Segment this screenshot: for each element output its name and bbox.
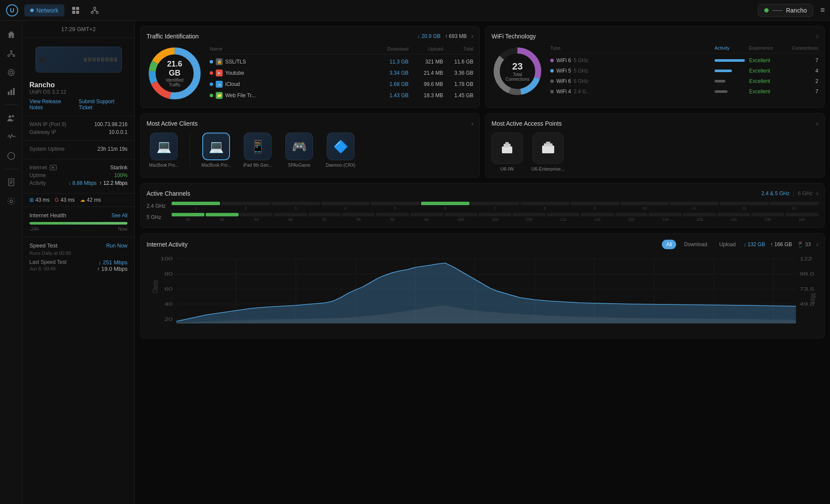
svg-text:40: 40: [164, 302, 172, 307]
channel-24-2: 2: [221, 202, 270, 210]
client-item-0[interactable]: 💻 MacBook Pro...: [147, 133, 181, 168]
traffic-total-down: ↓ 20.9 GB: [418, 33, 441, 39]
clients-card-arrow[interactable]: ›: [471, 120, 473, 127]
aps-card-arrow[interactable]: ›: [816, 120, 818, 127]
more-menu-button[interactable]: ≡: [820, 6, 825, 15]
traffic-donut-center: 21.6 GB Identified Traffic: [161, 60, 189, 87]
channel-bar-24-6: [421, 202, 469, 205]
cloudflare-icon: ☁: [80, 197, 85, 203]
channel-bar-5-120: [615, 213, 648, 216]
main-content: Traffic Identification ↓ 20.9 GB ↑ 693 M…: [135, 21, 830, 504]
activity-card-arrow[interactable]: ›: [816, 241, 818, 248]
channel-bar-5-64: [410, 213, 443, 216]
activity-filter-all[interactable]: All: [662, 240, 676, 249]
client-item-3[interactable]: 🎮 SPAxGame: [282, 133, 316, 168]
ap-item-0[interactable]: U6-IW: [492, 133, 523, 171]
client-name-4: Daemon (CRX): [326, 163, 355, 168]
channel-5-136: 136: [751, 213, 784, 222]
channel-5-44: 44: [240, 213, 273, 222]
most-active-aps-card: Most Active Access Points › U6-IW: [485, 113, 825, 178]
svg-rect-2: [72, 7, 75, 10]
sidebar-divider: [5, 105, 18, 105]
channels-card-arrow[interactable]: ›: [816, 190, 818, 197]
channel-label-5-132: 132: [731, 217, 737, 222]
sidebar-icon-users[interactable]: [3, 109, 20, 127]
tab-grid[interactable]: [68, 3, 83, 18]
traffic-col-name: Name: [210, 46, 374, 51]
wifi-row-2[interactable]: WiFi 6 6 GHz Excellent 2: [550, 76, 818, 86]
uptime-label: System Uptime: [29, 146, 64, 152]
channels-24ghz-bars: 12345678910111213: [172, 202, 818, 210]
wifi-row-1[interactable]: WiFi 5 5 GHz Excellent 4: [550, 66, 818, 76]
traffic-table: Name Download Upload Total 🔒 SSL/TLS 11.…: [210, 46, 473, 101]
channel-5-40: 40: [206, 213, 239, 222]
sidebar-icon-settings[interactable]: [3, 193, 20, 210]
sidebar-icon-stats[interactable]: [3, 83, 20, 100]
tab-topology[interactable]: [87, 3, 102, 18]
sidebar-icon-activity[interactable]: [3, 128, 20, 146]
traffic-row-webfile[interactable]: 📁 Web File Tr... 1.43 GB 18.3 MB 1.45 GB: [210, 90, 473, 101]
run-now-link[interactable]: Run Now: [106, 243, 128, 249]
svg-text:20: 20: [164, 317, 172, 322]
sidebar-divider-2: [5, 169, 18, 169]
wifi-row-0[interactable]: WiFi 6 5 GHz Excellent 7: [550, 55, 818, 66]
wan-ip-row: WAN IP (Port 9) 100.73.98.216: [29, 121, 128, 127]
app-logo[interactable]: U: [5, 3, 19, 17]
activity-filter-upload[interactable]: Upload: [715, 240, 740, 249]
channel-bar-5-44: [240, 213, 273, 216]
wifi-row-3[interactable]: WiFi 4 2.4 G... Excellent 7: [550, 86, 818, 97]
ap-icon-0: [492, 133, 523, 164]
traffic-identification-card: Traffic Identification ↓ 20.9 GB ↑ 693 M…: [140, 26, 480, 108]
svg-text:98.0: 98.0: [800, 272, 814, 276]
wifi-col-connections: Connections: [788, 45, 818, 51]
activity-filter-download[interactable]: Download: [680, 240, 711, 249]
traffic-row-ssl[interactable]: 🔒 SSL/TLS 11.3 GB 321 MB 11.6 GB: [210, 56, 473, 67]
client-item-1[interactable]: 💻 MacBook Pro...: [199, 133, 233, 168]
sidebar-icon-home[interactable]: [3, 26, 20, 43]
traffic-row-icloud[interactable]: ☁ iCloud 1.68 GB 99.6 MB 1.78 GB: [210, 79, 473, 90]
client-name-3: SPAxGame: [288, 163, 310, 168]
see-all-link[interactable]: See All: [112, 212, 128, 219]
wifi-activity-0: [715, 59, 749, 62]
channel-bar-5-136: [751, 213, 784, 216]
last-speed-test-label: Last Speed Test: [29, 259, 67, 265]
view-release-notes-link[interactable]: View Release Notes: [29, 98, 74, 111]
submit-support-ticket-link[interactable]: Submit Support Ticket: [79, 98, 128, 111]
channels-filter-6[interactable]: 6 GHz: [798, 190, 813, 197]
channel-bar-5-116: [581, 213, 614, 216]
client-item-4[interactable]: 🔷 Daemon (CRX): [323, 133, 358, 168]
sidebar-icon-circle[interactable]: [3, 147, 20, 165]
traffic-table-header: Name Download Upload Total: [210, 46, 473, 54]
clients-grid: 💻 MacBook Pro... 💻 MacBook Pro... 📱 iPad…: [147, 133, 473, 168]
client-item-2[interactable]: 📱 iPad 9th Gen...: [240, 133, 275, 168]
tab-network[interactable]: Network: [24, 4, 64, 16]
channel-5-104: 104: [479, 213, 511, 222]
sidebar-icon-document[interactable]: [3, 174, 20, 191]
site-selector[interactable]: —— Rancho: [758, 4, 813, 17]
clients-card-header: Most Active Clients ›: [147, 120, 473, 127]
sidebar-icon-topology[interactable]: [3, 45, 20, 62]
channels-filter-24-5[interactable]: 2.4 & 5 GHz: [761, 190, 789, 197]
svg-rect-45: [542, 146, 554, 153]
traffic-card-arrow[interactable]: ›: [471, 32, 473, 40]
ping-windows: ⊞ 43 ms: [29, 197, 50, 203]
ssl-upload: 321 MB: [409, 59, 443, 65]
client-name-0: MacBook Pro...: [149, 163, 179, 168]
internet-activity-card: Internet Activity All Download Upload ↓ …: [140, 233, 825, 339]
sidebar-icon-monitor[interactable]: [3, 64, 20, 81]
channel-5-60: 60: [376, 213, 409, 222]
traffic-donut-value: 21.6 GB: [161, 60, 189, 78]
ping-cloudflare: ☁ 42 ms: [80, 197, 101, 203]
channels-card-title: Active Channels: [147, 190, 190, 197]
traffic-row-youtube[interactable]: ▶ Youtube 3.34 GB 21.4 MB 3.36 GB: [210, 67, 473, 79]
wifi-col-activity: Activity: [715, 45, 749, 51]
wifi-card-arrow[interactable]: ›: [816, 32, 818, 40]
last-speed-info: Last Speed Test Jun 8, 00:49: [29, 259, 67, 271]
activity-stat-up: ↑ 166 GB: [770, 241, 792, 247]
ap-item-1[interactable]: U6-Enterprise...: [531, 133, 565, 171]
device-ports: [84, 58, 117, 62]
channel-bar-5-100: [444, 213, 477, 216]
svg-rect-47: [546, 142, 550, 144]
wifi-total-label: Total Connections: [504, 72, 530, 82]
channel-bar-5-108: [513, 213, 546, 216]
